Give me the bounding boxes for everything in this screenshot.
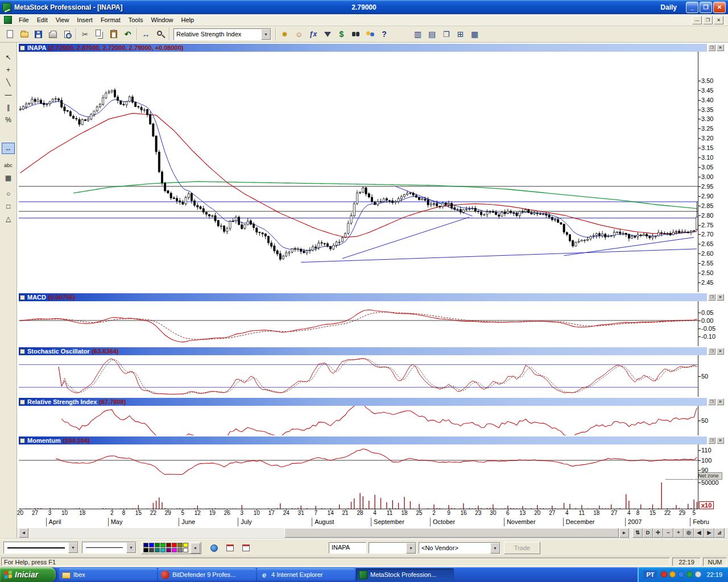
price-chart[interactable] [19, 52, 698, 292]
color-swatch[interactable] [172, 543, 177, 547]
chevron-down-icon[interactable]: ▼ [490, 543, 500, 554]
menu-file[interactable]: File [15, 15, 33, 25]
fibonacci-tool[interactable]: % [2, 114, 15, 126]
report-button[interactable] [239, 542, 253, 554]
context-help-button[interactable]: ? [377, 27, 391, 41]
stochastic-maximize-button[interactable]: ❐ [708, 348, 715, 355]
text-tool[interactable]: abc [2, 160, 15, 171]
minimize-button[interactable]: _ [686, 2, 698, 13]
menu-tools[interactable]: Tools [125, 15, 147, 25]
page-right-button[interactable]: ▶ [704, 528, 714, 538]
indicator-combobox[interactable]: Relative Strength Index▼ [173, 28, 271, 40]
ellipse-tool[interactable]: ○ [2, 188, 15, 199]
chevron-down-icon[interactable]: ▼ [126, 542, 136, 553]
menu-window[interactable]: Window [147, 15, 177, 25]
indicator-quicklist-button[interactable]: ✹ [278, 27, 292, 41]
layout-button[interactable]: ▦ [468, 27, 482, 41]
color-swatch[interactable] [177, 543, 183, 547]
line-weight-dropdown[interactable]: ▼ [82, 542, 136, 554]
contacts-button[interactable] [363, 27, 377, 41]
tray-icon-2[interactable] [669, 571, 676, 577]
trendline-tool[interactable]: ╲ [2, 77, 15, 88]
color-swatch[interactable] [160, 543, 166, 547]
crosshair-tool[interactable]: + [2, 64, 15, 76]
bar-spacing-tool[interactable]: ↔ [2, 143, 15, 154]
rsi-maximize-button[interactable]: ❐ [708, 398, 715, 405]
momentum-panel-header[interactable]: Momentum(104.104) [19, 436, 707, 444]
pan-button[interactable]: ↔ [139, 27, 153, 41]
mdi-close-button[interactable]: ✕ [714, 16, 723, 24]
color-swatch[interactable] [149, 548, 154, 552]
macd-chart[interactable] [19, 301, 698, 346]
rsi-chart[interactable] [19, 406, 698, 435]
trade-button[interactable]: Trade [504, 542, 540, 554]
rsi-close-button[interactable]: ✕ [717, 398, 724, 405]
cut-button[interactable]: ✂ [78, 27, 92, 41]
color-picker-dropdown[interactable]: ▼ [141, 542, 201, 554]
color-swatch[interactable] [143, 543, 148, 547]
color-swatch[interactable] [143, 548, 148, 552]
chevron-down-icon[interactable]: ▼ [191, 543, 200, 554]
task-bitdefender-9-profes-[interactable]: BitDefender 9 Profes... [158, 568, 256, 581]
tray-icon-4[interactable] [686, 571, 693, 577]
rectangle-tool[interactable]: □ [2, 201, 15, 212]
tray-icon-3[interactable] [678, 571, 684, 577]
scale-button[interactable]: ⇅ [632, 528, 643, 538]
color-swatch[interactable] [160, 548, 166, 552]
line-style-dropdown[interactable]: ▼ [3, 542, 78, 554]
color-swatch[interactable] [172, 548, 177, 552]
tile-horizontal-button[interactable]: ▤ [425, 27, 439, 41]
chevron-down-icon[interactable]: ▼ [68, 542, 78, 553]
task-4-internet-explorer[interactable]: e4 Internet Explorer [257, 568, 355, 581]
scroll-thumb[interactable] [284, 528, 619, 538]
vendor-dropdown[interactable]: <No Vendor>▼ [419, 542, 500, 554]
menu-insert[interactable]: Insert [73, 15, 97, 25]
rsi-panel-header[interactable]: Relative Strength Index(67.7808) [19, 398, 707, 406]
task-metastock-profession-[interactable]: MetaStock Profession... [356, 568, 454, 581]
scroll-left-button[interactable]: ◄ [19, 528, 28, 538]
price-panel-header[interactable]: INAPA(2.72000, 2.87000, 2.72000, 2.79000… [19, 44, 707, 52]
filter-button[interactable] [320, 27, 334, 41]
paste-button[interactable] [106, 27, 121, 41]
color-swatch[interactable] [183, 548, 188, 552]
grid-tool[interactable]: ▦ [2, 172, 15, 184]
language-indicator[interactable]: PT [643, 571, 657, 579]
price-maximize-button[interactable]: ❐ [708, 44, 715, 51]
triangle-tool[interactable]: △ [2, 213, 15, 225]
tile-vertical-button[interactable]: ▥ [411, 27, 425, 41]
menu-format[interactable]: Format [97, 15, 125, 25]
undo-button[interactable]: ↶ [121, 27, 135, 41]
color-swatch[interactable] [155, 543, 160, 547]
tray-icon-1[interactable] [661, 571, 667, 577]
momentum-maximize-button[interactable]: ❐ [708, 437, 715, 444]
color-swatch[interactable] [149, 543, 154, 547]
tray-icon-5[interactable] [695, 571, 701, 577]
print-button[interactable] [46, 27, 60, 41]
momentum-chart[interactable] [19, 444, 698, 479]
chevron-down-icon[interactable]: ▼ [261, 29, 271, 40]
close-button[interactable]: ✕ [713, 2, 726, 13]
save-button[interactable] [31, 27, 46, 41]
task-ibex[interactable]: Ibex [59, 568, 157, 581]
mdi-minimize-button[interactable]: — [692, 16, 702, 24]
zoom-button[interactable] [153, 27, 167, 41]
horizontal-scrollbar[interactable]: ◄ ► [17, 528, 728, 538]
momentum-close-button[interactable]: ✕ [717, 437, 724, 444]
new-button[interactable] [3, 27, 17, 41]
zoom-in-button[interactable]: + [673, 528, 684, 538]
color-swatch[interactable] [177, 548, 183, 552]
color-swatch[interactable] [155, 548, 160, 552]
explorer-button[interactable] [349, 27, 363, 41]
start-button[interactable]: Iniciar [0, 567, 56, 582]
color-swatch[interactable] [183, 543, 188, 547]
cascade-button[interactable]: ❐ [439, 27, 453, 41]
arrange-icons-button[interactable]: ⊞ [453, 27, 468, 41]
color-swatch[interactable] [166, 543, 171, 547]
expert-advisor-button[interactable]: ☺ [292, 27, 306, 41]
functions-button[interactable]: ƒx [306, 27, 320, 41]
mdi-restore-button[interactable]: ❐ [703, 16, 713, 24]
pointer-tool[interactable]: ↖ [2, 52, 15, 63]
resize-button[interactable]: ⊿ [714, 528, 725, 538]
macd-panel-header[interactable]: MACD(0.00755) [19, 293, 707, 301]
web-button[interactable] [207, 542, 221, 554]
